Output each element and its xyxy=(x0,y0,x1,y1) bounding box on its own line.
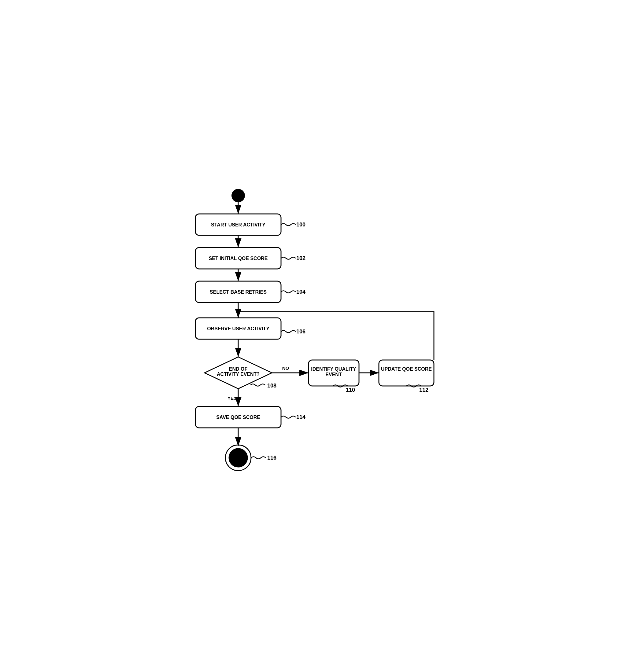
ref-108: 108 xyxy=(267,383,276,389)
wavy-106 xyxy=(281,330,296,333)
ref-106: 106 xyxy=(296,329,305,335)
ref-110: 110 xyxy=(346,387,355,393)
label-100: START USER ACTIVITY xyxy=(211,222,265,227)
wavy-100 xyxy=(281,223,296,225)
node-112 xyxy=(379,360,434,386)
wavy-102 xyxy=(281,257,296,259)
ref-104: 104 xyxy=(296,289,305,295)
wavy-114 xyxy=(281,416,296,418)
flowchart-diagram: START USER ACTIVITY 100 SET INITIAL QOE … xyxy=(177,183,452,489)
label-108-line1: END OF xyxy=(229,366,248,371)
label-110-line2: EVENT xyxy=(325,372,342,377)
label-no: NO xyxy=(282,365,289,371)
label-102: SET INITIAL QOE SCORE xyxy=(209,256,267,261)
ref-112: 112 xyxy=(419,387,428,393)
label-110-line1: IDENTIFY QUALITY xyxy=(311,366,356,371)
ref-102: 102 xyxy=(296,255,305,261)
label-yes: YES xyxy=(228,395,237,401)
wavy-116 xyxy=(251,457,266,459)
label-104: SELECT BASE RETRIES xyxy=(210,289,266,295)
end-node-inner xyxy=(229,449,248,467)
ref-116: 116 xyxy=(267,455,276,461)
label-112-line1: UPDATE QOE SCORE xyxy=(381,366,432,371)
label-106: OBSERVE USER ACTIVITY xyxy=(207,326,270,331)
wavy-104 xyxy=(281,291,296,293)
ref-100: 100 xyxy=(296,221,305,228)
label-108-line2: ACTIVITY EVENT? xyxy=(216,371,259,377)
ref-114: 114 xyxy=(296,414,305,420)
wavy-108 xyxy=(251,384,265,386)
start-node xyxy=(232,189,245,202)
label-114: SAVE QOE SCORE xyxy=(216,415,260,420)
